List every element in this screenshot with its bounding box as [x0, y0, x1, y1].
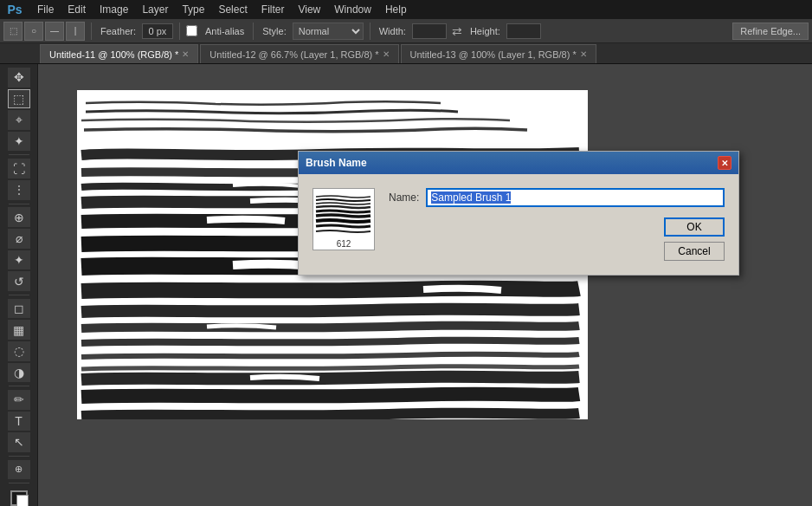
- height-label: Height:: [467, 26, 503, 36]
- main-area: ✥ ⬚ ⌖ ✦ ⛶ ⋮ ⊕ ⌀ ✦ ↺ ◻ ▦ ◌ ◑ ✏ T ↖ ⊕: [0, 64, 812, 506]
- brush-preview: 612: [313, 188, 375, 250]
- type-tool[interactable]: T: [8, 412, 30, 431]
- rect-marquee-btn[interactable]: ⬚: [3, 22, 23, 41]
- tab-close-icon[interactable]: ✕: [580, 49, 587, 59]
- name-row: Name:: [389, 188, 725, 207]
- menu-view[interactable]: View: [292, 2, 326, 17]
- dialog-close-button[interactable]: ✕: [718, 156, 731, 170]
- dialog-body: 612 Name: OK Cancel: [299, 174, 738, 275]
- style-select[interactable]: Normal Fixed Ratio Fixed Size: [293, 23, 364, 40]
- path-selection-tool[interactable]: ↖: [8, 432, 30, 452]
- menu-file[interactable]: File: [31, 2, 60, 17]
- swap-icon[interactable]: ⇄: [452, 24, 462, 38]
- document-tabs: Untitled-11 @ 100% (RGB/8) * ✕ Untitled-…: [0, 43, 812, 64]
- height-input[interactable]: [506, 23, 541, 39]
- brush-preview-canvas: [314, 190, 373, 237]
- magic-wand-tool[interactable]: ✦: [8, 132, 30, 152]
- dodge-tool[interactable]: ◑: [8, 363, 30, 383]
- lasso-tool[interactable]: ⌖: [8, 110, 30, 130]
- crop-tool[interactable]: ⛶: [8, 159, 30, 178]
- menu-image[interactable]: Image: [93, 2, 134, 17]
- name-field-label: Name:: [389, 191, 419, 204]
- clone-stamp-tool[interactable]: ✦: [8, 250, 30, 270]
- sep1: [91, 23, 92, 40]
- brush-tool[interactable]: ⌀: [8, 229, 30, 249]
- selection-tools-group: ⬚ ○ — |: [3, 22, 85, 41]
- brush-name-input[interactable]: [426, 188, 725, 207]
- menu-help[interactable]: Help: [379, 2, 413, 17]
- spot-healing-tool[interactable]: ⊕: [8, 207, 30, 227]
- style-label: Style:: [260, 26, 289, 36]
- anti-alias-label: Anti-alias: [203, 26, 247, 36]
- refine-edge-button[interactable]: Refine Edge...: [732, 23, 809, 40]
- cancel-button[interactable]: Cancel: [664, 242, 725, 261]
- dialog-titlebar: Brush Name ✕: [299, 152, 738, 174]
- tab-close-icon[interactable]: ✕: [383, 49, 390, 59]
- dialog-right-section: Name: OK Cancel: [389, 188, 725, 261]
- tool-sep2: [9, 204, 29, 204]
- tab-label: Untitled-12 @ 66.7% (Layer 1, RGB/8) *: [209, 49, 378, 60]
- tab-label: Untitled-11 @ 100% (RGB/8) *: [49, 49, 178, 60]
- tab-untitled-12[interactable]: Untitled-12 @ 66.7% (Layer 1, RGB/8) * ✕: [200, 44, 398, 63]
- sep3: [253, 23, 254, 40]
- single-row-btn[interactable]: —: [45, 22, 64, 41]
- options-toolbar: ⬚ ○ — | Feather: Anti-alias Style: Norma…: [0, 19, 812, 43]
- canvas-area: Brush Name ✕: [38, 64, 812, 506]
- sep2: [179, 23, 180, 40]
- app-logo: Ps: [3, 0, 26, 19]
- pen-tool[interactable]: ✏: [8, 390, 30, 410]
- tab-untitled-13[interactable]: Untitled-13 @ 100% (Layer 1, RGB/8) * ✕: [401, 44, 596, 63]
- preview-svg: [314, 190, 373, 237]
- menu-select[interactable]: Select: [212, 2, 253, 17]
- menu-type[interactable]: Type: [176, 2, 210, 17]
- move-tool[interactable]: ✥: [8, 68, 30, 88]
- tools-panel: ✥ ⬚ ⌖ ✦ ⛶ ⋮ ⊕ ⌀ ✦ ↺ ◻ ▦ ◌ ◑ ✏ T ↖ ⊕: [0, 64, 38, 506]
- sep4: [370, 23, 371, 40]
- eraser-tool[interactable]: ◻: [8, 299, 30, 319]
- menu-layer[interactable]: Layer: [136, 2, 174, 17]
- blur-tool[interactable]: ◌: [8, 341, 30, 361]
- dialog-buttons: OK Cancel: [664, 217, 725, 261]
- eyedropper-tool[interactable]: ⋮: [8, 180, 30, 200]
- tool-sep6: [9, 483, 29, 483]
- dialog-title: Brush Name: [306, 157, 367, 169]
- tool-sep3: [9, 295, 29, 295]
- tab-untitled-11[interactable]: Untitled-11 @ 100% (RGB/8) * ✕: [40, 44, 198, 63]
- zoom-tool[interactable]: ⊕: [8, 460, 30, 480]
- tool-sep1: [9, 154, 29, 155]
- ellipse-marquee-btn[interactable]: ○: [24, 22, 43, 41]
- marquee-tool[interactable]: ⬚: [8, 89, 30, 109]
- feather-label: Feather:: [98, 26, 139, 36]
- history-brush-tool[interactable]: ↺: [8, 271, 30, 291]
- gradient-tool[interactable]: ▦: [8, 320, 30, 340]
- tool-sep5: [9, 456, 29, 457]
- foreground-color[interactable]: [10, 490, 28, 506]
- menu-filter[interactable]: Filter: [255, 2, 291, 17]
- menubar: Ps File Edit Image Layer Type Select Fil…: [0, 0, 812, 19]
- tool-sep4: [9, 386, 29, 386]
- feather-input[interactable]: [142, 23, 173, 39]
- single-col-btn[interactable]: |: [66, 22, 85, 41]
- menu-edit[interactable]: Edit: [61, 2, 92, 17]
- width-input[interactable]: [412, 23, 447, 39]
- button-row: OK Cancel: [389, 217, 725, 261]
- preview-size-label: 612: [337, 239, 351, 249]
- tab-close-icon[interactable]: ✕: [182, 49, 189, 59]
- brush-name-dialog: Brush Name ✕: [298, 151, 739, 276]
- anti-alias-checkbox[interactable]: [186, 25, 197, 36]
- tab-label: Untitled-13 @ 100% (Layer 1, RGB/8) *: [410, 49, 577, 60]
- width-label: Width:: [377, 26, 409, 36]
- ok-button[interactable]: OK: [664, 217, 725, 237]
- menu-window[interactable]: Window: [328, 2, 377, 17]
